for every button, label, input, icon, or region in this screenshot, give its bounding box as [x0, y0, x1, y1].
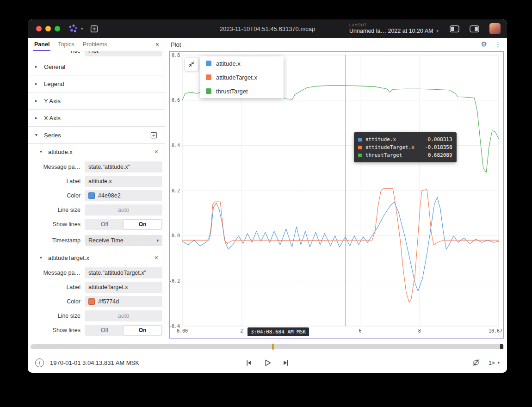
svg-text:2: 2 — [240, 328, 243, 333]
series-header[interactable]: ▾ attitudeTarget.x × — [28, 250, 165, 265]
series-color-swatch — [358, 154, 362, 157]
series-color-swatch — [206, 88, 211, 94]
svg-text:0.4: 0.4 — [172, 143, 180, 148]
series-header[interactable]: ▾ attitude.x × — [28, 144, 165, 160]
sidebar-section-general[interactable]: ▸ General — [28, 58, 165, 75]
show-lines-off-option[interactable]: Off — [86, 326, 124, 335]
chevron-down-icon: ▾ — [156, 239, 159, 243]
chevron-down-icon: ▾ — [436, 29, 439, 33]
color-swatch[interactable] — [88, 192, 95, 199]
show-lines-on-option[interactable]: On — [124, 220, 161, 229]
svg-text:-0.2: -0.2 — [170, 278, 180, 284]
series-name: attitude.x — [48, 148, 73, 155]
app-menu-button[interactable]: ▾ — [68, 24, 83, 34]
svg-text:-0.4: -0.4 — [170, 324, 180, 329]
message-path-label: Message pa… — [28, 270, 80, 276]
data-source-info-button[interactable]: i — [35, 358, 44, 367]
remove-series-button[interactable]: × — [155, 254, 158, 261]
color-field[interactable]: #f5774d — [85, 296, 162, 307]
plot-panel-header[interactable]: Plot ⚙ ⋮ — [165, 38, 507, 51]
chevron-down-icon: ▾ — [497, 361, 500, 365]
sidebar-tab-bar: Panel Topics Problems × — [28, 38, 165, 51]
tooltip-series-name: attitude.x — [365, 136, 421, 142]
close-sidebar-button[interactable]: × — [155, 41, 159, 48]
label-field[interactable]: attitude.x — [85, 176, 162, 187]
series-color-swatch — [206, 74, 211, 80]
remove-series-button[interactable]: × — [155, 148, 158, 155]
sidebar-section-y-axis[interactable]: ▸ Y Axis — [28, 92, 165, 110]
play-button[interactable] — [263, 358, 272, 367]
section-label: Series — [44, 132, 61, 139]
right-sidebar-toggle-button[interactable] — [470, 25, 479, 33]
svg-text:0.2: 0.2 — [172, 188, 180, 193]
label-row: Label attitudeTarget.x — [28, 280, 165, 294]
scrubber-playhead[interactable] — [272, 344, 274, 350]
show-lines-off-option[interactable]: Off — [86, 220, 124, 229]
label-field[interactable]: attitudeTarget.x — [85, 282, 162, 293]
sidebar-section-x-axis[interactable]: ▸ X Axis — [28, 110, 165, 127]
label-row: Label attitude.x — [28, 174, 165, 188]
layout-menu-button[interactable]: LAYOUT Unnamed la… 2022 at 10:20 AM ▾ — [349, 23, 439, 35]
left-sidebar-icon — [450, 25, 459, 33]
legend-item[interactable]: thrustTarget — [200, 84, 284, 98]
message-path-field[interactable]: state."attitudeTarget.x" — [85, 267, 162, 278]
show-lines-label: Show lines — [28, 221, 80, 228]
timestamp-select[interactable]: Receive Time ▾ — [85, 235, 162, 246]
line-size-label: Line size — [28, 207, 80, 213]
tab-topics[interactable]: Topics — [58, 38, 74, 51]
close-window-button[interactable] — [36, 26, 42, 31]
tooltip-row: attitude.x -0.008313 — [358, 136, 452, 143]
left-sidebar-toggle-button[interactable] — [450, 25, 459, 33]
show-lines-on-option[interactable]: On — [124, 326, 161, 335]
plot-chart-area: 0.80.60.40.20.0-0.2-0.40.00246810.67 att… — [169, 51, 504, 339]
plot-panel-title: Plot — [171, 41, 181, 48]
tooltip-series-value: -0.008313 — [425, 136, 452, 142]
message-path-value: state."attitudeTarget.x" — [88, 270, 146, 276]
playback-speed-select[interactable]: 1× ▾ — [489, 359, 500, 366]
line-size-row: Line size auto — [28, 203, 165, 217]
legend-item[interactable]: attitude.x — [200, 56, 284, 70]
message-path-field[interactable]: state."attitude.x" — [85, 161, 162, 173]
sidebar-section-legend[interactable]: ▸ Legend — [28, 75, 165, 92]
layout-name: Unnamed la… 2022 at 10:20 AM — [349, 28, 433, 35]
playback-scrubber[interactable] — [31, 344, 504, 349]
play-icon — [263, 358, 272, 367]
tooltip-series-value: -0.018358 — [425, 144, 452, 150]
color-hex-value: #f5774d — [98, 298, 119, 305]
chevron-right-icon: ▸ — [35, 81, 40, 86]
collapse-legend-button[interactable] — [185, 58, 198, 71]
show-lines-label: Show lines — [28, 327, 80, 333]
tab-panel[interactable]: Panel — [34, 38, 49, 51]
section-label: General — [44, 63, 65, 70]
zoom-window-button[interactable] — [55, 26, 60, 31]
sidebar-section-series[interactable]: ▾ Series — [28, 127, 165, 144]
panel-settings-gear-button[interactable]: ⚙ — [481, 40, 487, 49]
scrubber-hover-time-tooltip: 3:04:08.684 AM MSK — [247, 327, 309, 336]
section-label: Legend — [44, 80, 64, 87]
line-size-field[interactable]: auto — [85, 204, 162, 216]
add-series-button[interactable] — [150, 132, 157, 139]
legend-item[interactable]: attitudeTarget.x — [200, 70, 284, 84]
tab-problems[interactable]: Problems — [83, 38, 107, 51]
avatar[interactable] — [489, 23, 501, 34]
line-size-field[interactable]: auto — [85, 310, 162, 321]
timestamp-value: Receive Time — [88, 237, 124, 244]
panel-title-field[interactable]: Plot — [85, 51, 162, 56]
tooltip-series-name: attitudeTarget.x — [365, 144, 421, 150]
show-lines-row: Show lines Off On — [28, 323, 165, 337]
seek-forward-button[interactable] — [282, 359, 290, 367]
add-panel-button[interactable] — [90, 25, 99, 33]
chevron-down-icon: ▾ — [81, 27, 83, 31]
line-size-placeholder: auto — [118, 207, 129, 213]
show-lines-toggle: Off On — [85, 325, 162, 336]
chevron-down-icon: ▾ — [40, 255, 44, 260]
add-panel-icon — [90, 25, 99, 33]
section-label: Y Axis — [44, 98, 61, 105]
color-swatch[interactable] — [88, 298, 95, 305]
seek-backward-button[interactable] — [245, 359, 253, 367]
line-size-label: Line size — [28, 313, 80, 319]
panel-menu-kebab-button[interactable]: ⋮ — [495, 40, 501, 49]
loop-playback-button[interactable] — [472, 358, 480, 367]
minimize-window-button[interactable] — [45, 26, 51, 31]
color-field[interactable]: #4e98e2 — [85, 190, 162, 201]
